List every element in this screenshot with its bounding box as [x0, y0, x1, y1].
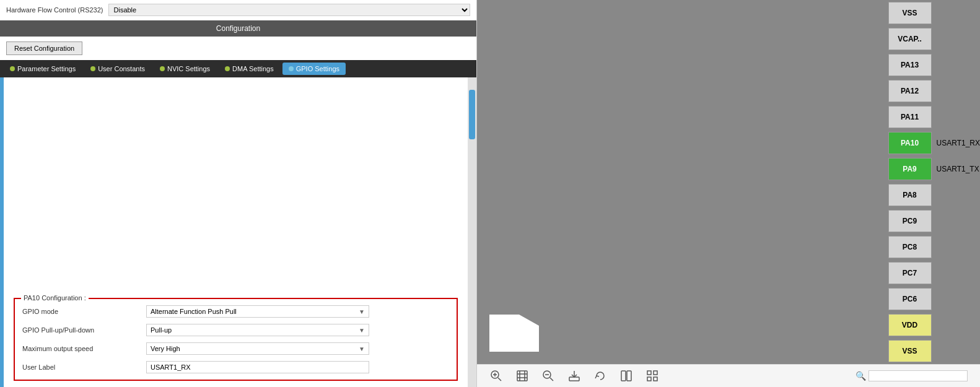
pin-label-pa10: PA10	[901, 139, 919, 147]
rotate-icon[interactable]	[593, 369, 607, 383]
grid-icon[interactable]	[645, 369, 659, 383]
zoom-in-icon[interactable]	[489, 369, 503, 383]
pin-box-vss2[interactable]: VSS	[888, 340, 932, 362]
pin-item-vdd: VDD	[888, 312, 980, 338]
pin-signal-pa9: USART1_TX	[937, 165, 979, 173]
empty-area	[4, 77, 468, 292]
gpio-pull-arrow: ▼	[359, 327, 365, 334]
tab-label-dma: DMA Settings	[232, 65, 274, 72]
pin-label-pa9: PA9	[903, 165, 916, 173]
user-label-input[interactable]	[146, 361, 369, 373]
pin-item-pc7: PC7	[888, 260, 980, 286]
scroll-thumb[interactable]	[469, 90, 475, 139]
pin-box-pa12[interactable]: PA12	[888, 80, 932, 102]
main-container: Hardware Flow Control (RS232) Disable Co…	[0, 0, 980, 387]
fit-screen-icon[interactable]	[515, 369, 529, 383]
pin-item-pa10: PA10 USART1_RX	[888, 130, 980, 156]
pin-item-pc8: PC8	[888, 234, 980, 260]
config-row-max-speed: Maximum output speed Very High ▼	[22, 342, 449, 355]
tab-label-user: User Constants	[98, 65, 145, 72]
pin-label-vss2: VSS	[903, 347, 917, 355]
gpio-mode-arrow: ▼	[359, 308, 365, 315]
max-speed-arrow: ▼	[359, 346, 365, 352]
pin-box-pa10[interactable]: PA10	[888, 132, 932, 154]
left-panel: Hardware Flow Control (RS232) Disable Co…	[0, 0, 477, 387]
pin-item-pc6: PC6	[888, 286, 980, 312]
svg-rect-15	[627, 371, 631, 381]
gpio-mode-label: GPIO mode	[22, 308, 146, 315]
tab-nvic-settings[interactable]: NVIC Settings	[154, 63, 216, 75]
tab-dma-settings[interactable]: DMA Settings	[219, 63, 280, 75]
reset-btn-row: Reset Configuration	[0, 37, 476, 60]
content-area: PA10 Configuration : GPIO mode Alternate…	[0, 77, 476, 387]
pin-box-vdd[interactable]: VDD	[888, 314, 932, 336]
white-shape	[489, 315, 539, 352]
max-speed-select[interactable]: Very High ▼	[146, 342, 369, 355]
pin-box-pa11[interactable]: PA11	[888, 106, 932, 128]
export-icon[interactable]	[567, 369, 581, 383]
pa10-config-legend: PA10 Configuration :	[21, 294, 89, 302]
pin-label-vss1: VSS	[903, 9, 917, 17]
pin-item-vcap: VCAP..	[888, 26, 980, 52]
search-input[interactable]	[868, 370, 968, 381]
zoom-out-icon[interactable]	[541, 369, 555, 383]
tab-label-parameter: Parameter Settings	[17, 65, 76, 72]
pin-box-pc9[interactable]: PC9	[888, 210, 932, 232]
tab-dot-gpio	[289, 66, 294, 71]
pin-label-pa12: PA12	[901, 87, 919, 95]
svg-line-10	[550, 378, 553, 381]
chip-area: VSS VCAP.. PA13 PA12	[477, 0, 980, 364]
pin-box-vss1[interactable]: VSS	[888, 2, 932, 24]
tab-dot-user	[90, 66, 95, 71]
svg-line-1	[498, 378, 501, 381]
svg-rect-18	[647, 377, 651, 381]
svg-rect-19	[654, 377, 657, 381]
tabs-row: Parameter Settings User Constants NVIC S…	[0, 60, 476, 77]
pin-item-pa12: PA12	[888, 78, 980, 104]
svg-rect-4	[517, 371, 527, 381]
scroll-bar[interactable]	[468, 77, 476, 387]
user-label-label: User Label	[22, 363, 146, 371]
pin-box-pa8[interactable]: PA8	[888, 184, 932, 206]
gpio-mode-select[interactable]: Alternate Function Push Pull ▼	[146, 305, 369, 318]
bottom-toolbar: 🔍	[477, 364, 980, 387]
tab-parameter-settings[interactable]: Parameter Settings	[4, 63, 82, 75]
pin-label-pc6: PC6	[903, 295, 917, 303]
svg-rect-16	[647, 371, 651, 375]
main-content: PA10 Configuration : GPIO mode Alternate…	[4, 77, 468, 387]
pin-box-pc7[interactable]: PC7	[888, 262, 932, 284]
hw-flow-label: Hardware Flow Control (RS232)	[6, 6, 103, 14]
pin-box-vcap[interactable]: VCAP..	[888, 28, 932, 50]
pin-label-pa11: PA11	[901, 113, 919, 121]
config-header: Configuration	[0, 20, 476, 37]
pin-box-pa9[interactable]: PA9	[888, 158, 932, 180]
max-speed-label: Maximum output speed	[22, 345, 146, 352]
svg-rect-17	[654, 371, 657, 375]
pin-column: VSS VCAP.. PA13 PA12	[888, 0, 980, 364]
split-icon[interactable]	[619, 369, 633, 383]
gpio-pull-value: Pull-up	[151, 326, 359, 334]
tab-user-constants[interactable]: User Constants	[84, 63, 151, 75]
tab-dot-dma	[225, 66, 230, 71]
toolbar-search: 🔍	[855, 370, 968, 381]
tab-gpio-settings[interactable]: GPIO Settings	[282, 63, 346, 75]
reset-config-button[interactable]: Reset Configuration	[6, 41, 82, 55]
pin-label-pc7: PC7	[903, 269, 917, 277]
pin-box-pc6[interactable]: PC6	[888, 288, 932, 310]
pin-box-pa13[interactable]: PA13	[888, 54, 932, 76]
hw-flow-select[interactable]: Disable	[108, 4, 471, 16]
gpio-mode-value: Alternate Function Push Pull	[151, 308, 359, 315]
pin-item-pa9: PA9 USART1_TX	[888, 156, 980, 182]
pin-signal-pa10: USART1_RX	[937, 139, 980, 147]
gpio-pull-select[interactable]: Pull-up ▼	[146, 324, 369, 336]
pin-box-pc8[interactable]: PC8	[888, 236, 932, 258]
config-row-gpio-pull: GPIO Pull-up/Pull-down Pull-up ▼	[22, 324, 449, 336]
pin-item-pa11: PA11	[888, 104, 980, 130]
pin-item-pc9: PC9	[888, 208, 980, 234]
right-panel: VSS VCAP.. PA13 PA12	[477, 0, 980, 387]
pin-label-pa8: PA8	[903, 191, 916, 199]
pin-label-vcap: VCAP..	[898, 35, 921, 43]
pin-item-vss2: VSS	[888, 338, 980, 364]
pa10-config-box: PA10 Configuration : GPIO mode Alternate…	[14, 298, 458, 381]
search-icon: 🔍	[855, 371, 866, 381]
